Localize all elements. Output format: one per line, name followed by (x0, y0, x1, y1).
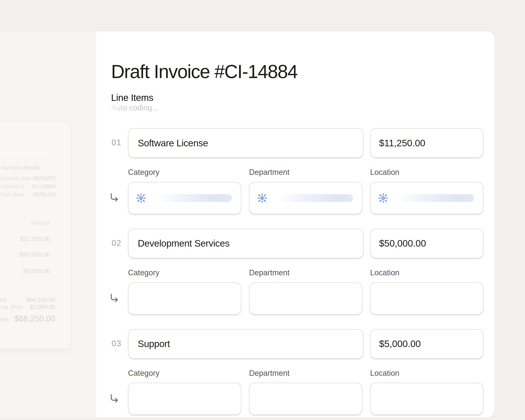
draft-invoice-screen: Invoice details: Invoice date 05/03/23 I… (0, 0, 525, 420)
preview-placeholder-bar (0, 151, 55, 154)
preview-amount-column-header: Amount (31, 220, 50, 226)
coding-inputs (128, 383, 483, 415)
category-label: Category (128, 269, 241, 277)
line-item-main: Support $5,000.00 (128, 329, 483, 359)
coding-inputs (128, 182, 483, 214)
preview-total-due-label: Total due: (0, 316, 9, 323)
item-amount-input[interactable]: $11,250.00 (370, 128, 483, 158)
preview-subtotal-label: Subtotal: (0, 297, 8, 303)
preview-sales-tax-value: $2,000.00 (30, 304, 55, 310)
preview-total-due-row: Total due: $68,250.00 (0, 314, 55, 323)
preview-amount-3: $5,000.00 (23, 268, 50, 274)
item-name-input[interactable]: Development Services (128, 229, 364, 258)
item-name-input[interactable]: Software License (128, 128, 364, 158)
category-input[interactable] (128, 282, 241, 315)
sub-row-arrow-icon (109, 394, 119, 404)
preview-due-date-row: Due date 05/31/23 (1, 191, 56, 198)
item-amount-input[interactable]: $5,000.00 (370, 329, 483, 359)
item-name-input[interactable]: Support (128, 329, 364, 359)
coding-field-labels: Category Department Location (128, 168, 483, 177)
sparkle-icon (136, 193, 146, 203)
sub-row-arrow-icon (109, 193, 119, 203)
line-item-row-2: 02 Development Services $50,000.00 Categ… (128, 229, 483, 315)
coding-field-labels: Category Department Location (128, 369, 483, 378)
invoice-editor-card: Draft Invoice #CI-14884 Line Items Auto … (96, 32, 495, 417)
line-item-main: Software License $11,250.00 (128, 128, 483, 158)
page-title: Draft Invoice #CI-14884 (111, 62, 297, 81)
loading-shimmer-bar (157, 194, 232, 202)
line-item-number: 03 (108, 339, 122, 347)
location-input[interactable] (370, 182, 483, 214)
preview-invoice-number-label: Invoice # (1, 183, 24, 190)
location-input[interactable] (370, 282, 483, 315)
department-input[interactable] (249, 282, 362, 315)
preview-total-due-value: $68,250.00 (14, 314, 55, 323)
preview-invoice-date-value: 05/03/23 (33, 175, 56, 182)
location-input[interactable] (370, 383, 483, 415)
preview-invoice-number-row: Invoice # CI-14884 (1, 183, 56, 190)
category-input[interactable] (128, 383, 241, 415)
auto-coding-status: Auto coding... (111, 104, 158, 112)
preview-sales-tax-label: Sales tax (8%): (0, 304, 24, 310)
loading-shimmer-bar (399, 194, 474, 202)
department-input[interactable] (249, 383, 362, 415)
preview-invoice-date-label: Invoice date (1, 175, 32, 182)
location-label: Location (370, 369, 483, 378)
preview-due-date-label: Due date (1, 191, 24, 198)
category-label: Category (128, 369, 241, 378)
location-label: Location (370, 269, 483, 277)
line-item-number: 01 (108, 138, 122, 147)
line-item-number: 02 (108, 239, 122, 247)
preview-invoice-number-value: CI-14884 (32, 183, 56, 190)
preview-amount-2: $50,000.00 (19, 251, 50, 258)
line-items-heading: Line Items (111, 93, 153, 102)
category-label: Category (128, 168, 241, 177)
preview-sales-tax-row: Sales tax (8%): $2,000.00 (0, 304, 55, 310)
sparkle-icon (378, 193, 388, 203)
preview-subtotal-value: $66,250.00 (27, 297, 55, 303)
location-label: Location (370, 168, 483, 177)
line-item-row-1: 01 Software License $11,250.00 Category … (128, 128, 483, 214)
line-item-main: Development Services $50,000.00 (128, 229, 483, 258)
line-items-list: 01 Software License $11,250.00 Category … (128, 128, 483, 420)
department-input[interactable] (249, 182, 362, 214)
preview-details-heading: Invoice details: (1, 164, 41, 171)
preview-amount-1: $11,250.00 (20, 235, 50, 242)
department-label: Department (249, 168, 362, 177)
loading-shimmer-bar (278, 194, 353, 202)
coding-field-labels: Category Department Location (128, 269, 483, 277)
preview-due-date-value: 05/31/23 (33, 191, 56, 198)
coding-inputs (128, 282, 483, 315)
sub-row-arrow-icon (109, 293, 119, 303)
preview-invoice-date-row: Invoice date 05/03/23 (1, 175, 56, 182)
item-amount-input[interactable]: $50,000.00 (370, 229, 483, 258)
department-label: Department (249, 269, 362, 277)
invoice-preview-panel: Invoice details: Invoice date 05/03/23 I… (0, 121, 71, 349)
preview-subtotal-row: Subtotal: $66,250.00 (0, 297, 55, 303)
category-input[interactable] (128, 182, 241, 214)
line-item-row-3: 03 Support $5,000.00 Category Department… (128, 329, 483, 415)
department-label: Department (249, 369, 362, 378)
sparkle-icon (257, 193, 267, 203)
